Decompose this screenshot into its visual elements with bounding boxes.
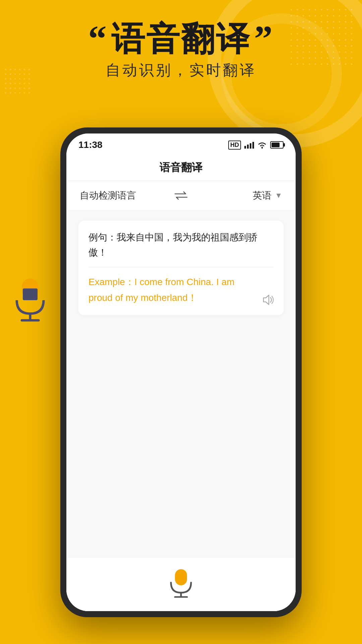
app-title-bar: 语音翻译 bbox=[66, 154, 296, 181]
speaker-icon bbox=[261, 294, 274, 306]
battery-icon: 75 bbox=[270, 141, 284, 149]
svg-rect-1 bbox=[23, 288, 38, 300]
status-icons: HD bbox=[228, 141, 284, 150]
quote-close: ” bbox=[254, 20, 274, 57]
battery-level: 75 bbox=[275, 143, 279, 148]
phone-outer: 11:38 HD bbox=[60, 127, 302, 617]
card-divider bbox=[88, 267, 274, 267]
app-title: 语音翻译 bbox=[160, 161, 202, 173]
speaker-button[interactable] bbox=[261, 294, 274, 306]
app-content: 语音翻译 自动检测语言 英语 ▼ bbox=[66, 154, 296, 611]
hd-badge: HD bbox=[228, 141, 241, 150]
svg-point-4 bbox=[261, 147, 263, 148]
side-mic-icon bbox=[10, 275, 50, 322]
source-language[interactable]: 自动检测语言 bbox=[80, 189, 173, 202]
phone-mockup: 11:38 HD bbox=[60, 127, 302, 617]
swap-button[interactable] bbox=[173, 189, 189, 202]
quote-open: “ bbox=[88, 20, 108, 57]
wifi-icon bbox=[257, 141, 267, 149]
signal-bar-4 bbox=[252, 142, 254, 149]
status-time: 11:38 bbox=[78, 140, 103, 150]
signal-bar-3 bbox=[250, 143, 251, 149]
translated-text: Example：I come from China. I am proud of… bbox=[88, 274, 274, 306]
mic-record-button[interactable] bbox=[166, 568, 196, 598]
svg-rect-5 bbox=[175, 569, 187, 585]
swap-icon bbox=[174, 191, 188, 201]
header: “ 语音翻译 ” 自动识别，实时翻译 bbox=[0, 20, 362, 80]
mic-record-icon bbox=[168, 568, 194, 598]
signal-bar-1 bbox=[244, 146, 246, 149]
signal-bar-2 bbox=[247, 145, 249, 149]
status-bar: 11:38 HD bbox=[66, 133, 296, 154]
translation-card: 例句：我来自中国，我为我的祖国感到骄傲！ Example：I come from… bbox=[78, 221, 284, 315]
translation-area: 例句：我来自中国，我为我的祖国感到骄傲！ Example：I come from… bbox=[66, 211, 296, 557]
language-selector-row: 自动检测语言 英语 ▼ bbox=[66, 181, 296, 211]
main-title: “ 语音翻译 ” bbox=[0, 20, 362, 57]
target-language-wrap[interactable]: 英语 ▼ bbox=[189, 189, 282, 202]
source-text: 例句：我来自中国，我为我的祖国感到骄傲！ bbox=[88, 230, 274, 260]
target-language: 英语 bbox=[253, 189, 272, 202]
dropdown-arrow-icon: ▼ bbox=[275, 191, 282, 200]
signal-icon bbox=[244, 141, 254, 149]
battery-indicator: 75 bbox=[270, 141, 284, 149]
phone-screen: 11:38 HD bbox=[66, 133, 296, 611]
subtitle: 自动识别，实时翻译 bbox=[0, 60, 362, 80]
title-text: 语音翻译 bbox=[111, 20, 251, 57]
bottom-mic-area bbox=[66, 557, 296, 611]
